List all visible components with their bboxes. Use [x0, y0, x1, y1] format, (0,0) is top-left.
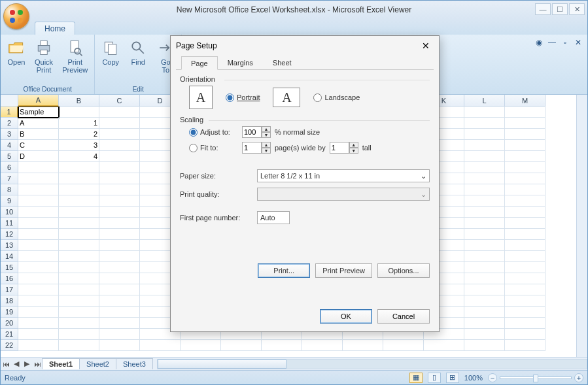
cell[interactable] — [59, 229, 99, 240]
cell[interactable] — [99, 184, 140, 195]
cell[interactable] — [18, 184, 59, 195]
cell[interactable] — [505, 129, 545, 140]
cell[interactable]: D — [18, 151, 59, 162]
open-button[interactable]: Open — [5, 37, 28, 75]
cell[interactable] — [505, 173, 545, 184]
cell[interactable] — [181, 340, 221, 351]
vertical-scrollbar[interactable] — [576, 107, 587, 357]
cell[interactable] — [505, 251, 545, 262]
cell[interactable] — [464, 307, 505, 318]
cell[interactable] — [140, 340, 181, 351]
cell[interactable] — [99, 262, 140, 273]
tab-nav-prev[interactable]: ◀ — [11, 359, 22, 369]
cell[interactable] — [505, 162, 545, 173]
column-header[interactable]: M — [505, 95, 545, 107]
column-header[interactable]: B — [59, 95, 99, 107]
column-header[interactable]: A — [18, 95, 59, 107]
cell[interactable] — [505, 329, 545, 340]
cell[interactable] — [343, 340, 383, 351]
cell[interactable] — [505, 118, 545, 129]
cell[interactable] — [59, 195, 99, 207]
vertical-scrollbar[interactable] — [576, 95, 587, 107]
cell[interactable] — [99, 284, 140, 295]
cell[interactable] — [99, 107, 140, 118]
cell[interactable] — [99, 229, 140, 240]
cell[interactable] — [99, 307, 140, 318]
cell[interactable] — [59, 240, 99, 251]
cell[interactable]: A — [18, 118, 59, 129]
cell[interactable] — [18, 207, 59, 218]
dialog-close-button[interactable]: ✕ — [418, 38, 434, 54]
cell[interactable] — [99, 129, 140, 140]
cell[interactable] — [221, 340, 262, 351]
cell[interactable] — [99, 329, 140, 340]
row-header[interactable]: 7 — [1, 173, 18, 184]
cell[interactable]: Sample — [18, 107, 59, 118]
cell[interactable]: 1 — [59, 118, 99, 129]
cell[interactable] — [18, 218, 59, 229]
column-header[interactable]: C — [99, 95, 140, 107]
fit-to-radio[interactable]: Fit to: — [189, 144, 238, 152]
cell[interactable] — [99, 207, 140, 218]
cell[interactable] — [59, 207, 99, 218]
cell[interactable] — [505, 151, 545, 162]
cell[interactable] — [505, 273, 545, 284]
row-header[interactable]: 6 — [1, 162, 18, 173]
cell[interactable] — [99, 318, 140, 329]
ribbon-restore-button[interactable]: ▫ — [560, 37, 570, 48]
row-header[interactable]: 13 — [1, 240, 18, 251]
first-page-input[interactable]: Auto — [257, 211, 290, 224]
zoom-slider[interactable] — [500, 377, 572, 379]
landscape-radio[interactable]: Landscape — [313, 93, 360, 102]
tab-nav-next[interactable]: ▶ — [22, 359, 32, 369]
cell[interactable] — [18, 295, 59, 307]
dialog-tab-sheet[interactable]: Sheet — [263, 56, 302, 69]
cell[interactable] — [464, 240, 505, 251]
cell[interactable] — [464, 107, 505, 118]
cell[interactable] — [464, 184, 505, 195]
cell[interactable] — [59, 295, 99, 307]
sheet-tab[interactable]: Sheet3 — [116, 358, 153, 369]
cell[interactable] — [59, 329, 99, 340]
cell[interactable] — [464, 329, 505, 340]
tab-nav-first[interactable]: ⏮ — [1, 359, 11, 369]
cell[interactable] — [18, 162, 59, 173]
tab-home[interactable]: Home — [35, 22, 75, 35]
row-header[interactable]: 11 — [1, 218, 18, 229]
cell[interactable] — [505, 229, 545, 240]
cell[interactable]: 2 — [59, 129, 99, 140]
cell[interactable] — [505, 184, 545, 195]
cell[interactable] — [99, 273, 140, 284]
cell[interactable]: B — [18, 129, 59, 140]
cell[interactable] — [18, 273, 59, 284]
view-page-layout-button[interactable]: ▯ — [428, 373, 441, 383]
ribbon-minimize-button[interactable]: — — [547, 37, 557, 48]
help-button[interactable]: ◉ — [534, 37, 544, 48]
sheet-tab[interactable]: Sheet1 — [42, 358, 80, 369]
row-header[interactable]: 16 — [1, 273, 18, 284]
fit-tall-spinner[interactable]: ▲▼ — [330, 142, 358, 154]
row-header[interactable]: 9 — [1, 195, 18, 207]
cell[interactable] — [464, 129, 505, 140]
cell[interactable] — [464, 162, 505, 173]
row-header[interactable]: 21 — [1, 329, 18, 340]
minimize-button[interactable]: — — [535, 3, 551, 15]
cell[interactable] — [18, 340, 59, 351]
row-header[interactable]: 10 — [1, 207, 18, 218]
portrait-radio[interactable]: Portrait — [226, 93, 260, 102]
cell[interactable] — [464, 318, 505, 329]
adjust-to-radio[interactable]: Adjust to: — [189, 128, 238, 137]
cell[interactable] — [505, 340, 545, 351]
cell[interactable]: 3 — [59, 140, 99, 151]
paper-size-select[interactable]: Letter 8 1/2 x 11 in⌄ — [257, 169, 430, 182]
cell[interactable] — [464, 218, 505, 229]
dialog-tab-margins[interactable]: Margins — [218, 56, 263, 69]
ribbon-close-button[interactable]: ✕ — [573, 37, 583, 48]
row-header[interactable]: 12 — [1, 229, 18, 240]
cell[interactable] — [505, 218, 545, 229]
row-header[interactable]: 15 — [1, 262, 18, 273]
row-header[interactable]: 20 — [1, 318, 18, 329]
cell[interactable] — [59, 307, 99, 318]
row-header[interactable]: 17 — [1, 284, 18, 295]
cell[interactable] — [464, 151, 505, 162]
